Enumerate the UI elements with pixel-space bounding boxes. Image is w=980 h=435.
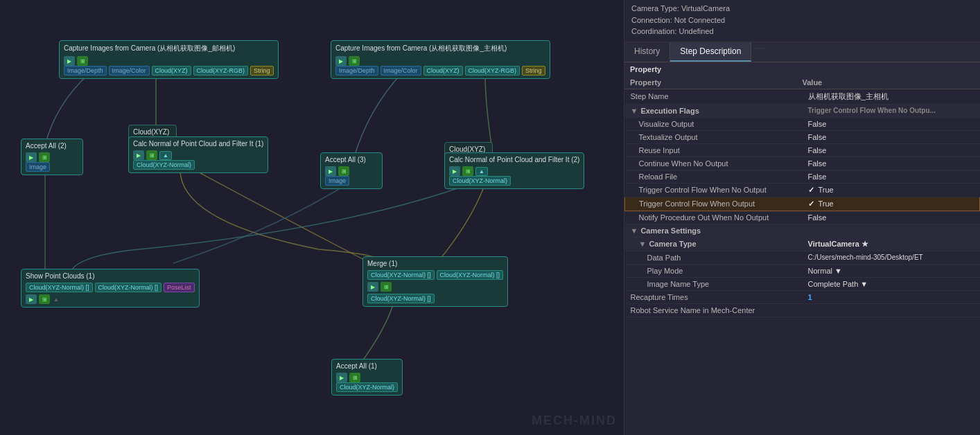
port-string: String (522, 66, 545, 76)
node-title: Merge (1) (367, 260, 503, 267)
node-config-button[interactable]: ⊞ (39, 152, 50, 162)
tab-step-description[interactable]: Step Description (670, 42, 751, 62)
node-controls: ▶ ⊞ (367, 282, 503, 292)
prop-key-trigger-no-output: Trigger Control Flow When No Output (625, 183, 803, 197)
node-controls: ▶ ⊞ (26, 152, 78, 162)
prop-val-play-mode[interactable]: Normal ▼ (803, 264, 980, 277)
node-config-button[interactable]: ⊞ (77, 56, 88, 66)
prop-key-robot-service-name: Robot Service Name in Mech-Center (625, 303, 803, 317)
row-textualize-output: Textualize Output False (625, 130, 980, 143)
row-robot-service-name: Robot Service Name in Mech-Center (625, 303, 980, 317)
node-capture-camera-1[interactable]: Capture Images from Camera (从相机获取图像_邮相机)… (59, 40, 279, 79)
node-play-button[interactable]: ▶ (325, 166, 336, 176)
node-play-button[interactable]: ▶ (64, 56, 75, 66)
node-capture-camera-2[interactable]: Capture Images from Camera (从相机获取图像_主相机)… (331, 40, 550, 79)
port-string: String (250, 66, 274, 76)
node-config-button[interactable]: ⊞ (349, 373, 360, 382)
port-out-cloud: Cloud(XYZ-Normal) [] (367, 294, 435, 303)
prop-key-camera-type: ▼Camera Type (625, 237, 803, 251)
node-ports-in: Cloud(XYZ-Normal) [] Cloud(XYZ-Normal) [… (367, 270, 503, 280)
tab-history[interactable]: History (624, 42, 670, 62)
node-title: Accept All (3) (325, 156, 378, 163)
node-play-button[interactable]: ▶ (367, 282, 378, 292)
row-step-name: Step Name 从相机获取图像_主相机 (625, 89, 980, 105)
prop-val-notify-procedure: False (803, 211, 980, 224)
node-title: Accept All (1) (336, 362, 398, 370)
prop-key-data-path: Data Path (625, 251, 803, 264)
col-header-value: Value (803, 78, 975, 87)
node-config-button[interactable]: ⊞ (338, 166, 349, 176)
node-accept-all-3[interactable]: Accept All (3) ▶ ⊞ Image (320, 152, 383, 189)
row-visualize-output: Visualize Output False (625, 117, 980, 130)
node-config-button[interactable]: ⊞ (462, 166, 473, 176)
expand-arrow: ▼ (631, 227, 638, 235)
node-play-button[interactable]: ▶ (449, 166, 460, 176)
row-notify-procedure: Notify Procedure Out When No Output Fals… (625, 211, 980, 224)
node-calc-normal-2[interactable]: Calc Normal of Point Cloud and Filter It… (444, 152, 584, 189)
property-table: Step Name 从相机获取图像_主相机 ▼Execution Flags T… (624, 89, 980, 317)
prop-key-image-name-type: Image Name Type (625, 277, 803, 290)
prop-key-camera-settings: ▼Camera Settings (625, 224, 803, 237)
node-title: Show Point Clouds (1) (26, 272, 195, 280)
col-header-property: Property (630, 78, 803, 87)
node-controls: ▶ ⊞ (335, 56, 545, 66)
node-calc-normal-1[interactable]: Calc Normal of Point Cloud and Filter It… (128, 136, 268, 173)
canvas-area[interactable]: Capture Images from Camera (从相机获取图像_邮相机)… (0, 0, 624, 435)
node-config-button[interactable]: ⊞ (39, 294, 50, 304)
node-config-button[interactable]: ⊞ (349, 56, 360, 66)
node-controls: ▶ ⊞ (325, 166, 378, 176)
node-play-button[interactable]: ▶ (26, 152, 37, 162)
watermark: MECH-MIND (532, 414, 617, 428)
node-title: Capture Images from Camera (从相机获取图像_邮相机) (64, 44, 274, 53)
node-ports: Cloud(XYZ-Normal) (336, 382, 398, 392)
scrollbar-dots: ...... (751, 42, 766, 62)
row-trigger-output: Trigger Control Flow When Output ✓ True (625, 197, 980, 211)
row-camera-settings: ▼Camera Settings (625, 224, 980, 237)
node-accept-all-2[interactable]: Accept All (2) ▶ ⊞ Image (21, 139, 83, 175)
row-image-name-type: Image Name Type Complete Path ▼ (625, 277, 980, 290)
row-continue-no-output: Continue When No Output False (625, 157, 980, 170)
node-controls: ▶ ⊞ ▲ (133, 150, 263, 160)
prop-val-continue-no-output: False (803, 157, 980, 170)
row-reload-file: Reload File False (625, 170, 980, 183)
node-ports-out: Cloud(XYZ-Normal) [] (367, 294, 503, 303)
coordination-info: Coordination: Undefined (631, 26, 973, 37)
prop-key-visualize: Visualize Output (625, 117, 803, 130)
node-controls: ▶ ⊞ ▲ (449, 166, 579, 176)
node-play-button[interactable]: ▶ (336, 373, 347, 382)
prop-val-image-name-type[interactable]: Complete Path ▼ (803, 277, 980, 290)
node-config-button[interactable]: ⊞ (380, 282, 392, 292)
prop-key-step-name: Step Name (625, 89, 803, 105)
port-cloud2: Cloud(XYZ-Normal) [] (95, 283, 162, 292)
port-cloud-xyz-normal: Cloud(XYZ-Normal) (133, 160, 195, 170)
node-controls: ▶ ⊞ (64, 56, 274, 66)
prop-key-reuse-input: Reuse Input (625, 143, 803, 157)
node-title: Cloud(XYZ) (133, 128, 172, 136)
node-ports: Cloud(XYZ-Normal) (133, 160, 263, 170)
node-ports: Image (26, 162, 78, 172)
property-section-header: Property (624, 62, 980, 76)
port-cloud-xyz-normal: ▲ (159, 151, 172, 160)
node-ports: Cloud(XYZ-Normal) (449, 176, 579, 186)
port-image-depth: Image/Depth (335, 66, 378, 76)
prop-key-play-mode: Play Mode (625, 264, 803, 277)
column-headers: Property Value (624, 76, 980, 89)
node-accept-all-1[interactable]: Accept All (1) ▶ ⊞ Cloud(XYZ-Normal) (331, 359, 403, 396)
port-cloud-xyz: Cloud(XYZ) (423, 66, 463, 76)
row-play-mode: Play Mode Normal ▼ (625, 264, 980, 277)
property-panel[interactable]: Property Property Value Step Name 从相机获取图… (624, 62, 980, 436)
prop-val-visualize: False (803, 117, 980, 130)
node-play-button[interactable]: ▶ (133, 150, 144, 160)
right-panel: Camera Type: VirtualCamera Connection: N… (624, 0, 980, 435)
node-show-point-clouds[interactable]: Show Point Clouds (1) Cloud(XYZ-Normal) … (21, 269, 200, 308)
row-recapture-times: Recapture Times 1 (625, 290, 980, 303)
node-merge-1[interactable]: Merge (1) Cloud(XYZ-Normal) [] Cloud(XYZ… (362, 256, 508, 307)
node-config-button[interactable]: ⊞ (146, 150, 157, 160)
port-cloud-xyz-rgb: Cloud(XYZ-RGB) (193, 66, 249, 76)
node-play-button[interactable]: ▶ (335, 56, 347, 66)
node-title: Capture Images from Camera (从相机获取图像_主相机) (335, 44, 545, 53)
node-play-button[interactable]: ▶ (26, 294, 37, 304)
prop-val-reload-file: False (803, 170, 980, 183)
node-ports: Image/Depth Image/Color Cloud(XYZ) Cloud… (335, 66, 545, 76)
node-title: Calc Normal of Point Cloud and Filter It… (449, 156, 579, 163)
